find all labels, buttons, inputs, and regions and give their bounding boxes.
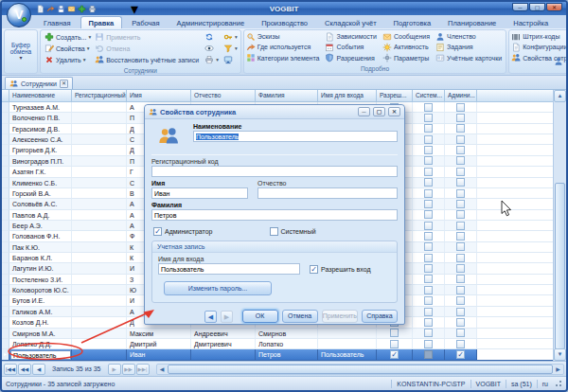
table-row[interactable]: Лопатко Д.Д.ДмитрийДмитриевичЛопатко	[2, 339, 553, 349]
table-row[interactable]: ▸ПользовательИванПетровПользователь	[2, 349, 553, 360]
ok-button[interactable]: ОК	[242, 310, 278, 323]
scroll-up-icon[interactable]: ▲	[554, 90, 566, 102]
fill-button[interactable]: ▾	[222, 43, 239, 54]
column-header-2[interactable]: Имя	[127, 90, 191, 102]
system-checkbox[interactable]	[424, 178, 433, 187]
column-header-0[interactable]: Наименование	[9, 90, 72, 102]
cancel-button[interactable]: Отмена	[93, 43, 201, 54]
nav-next-button[interactable]: ▶	[108, 364, 121, 375]
system-checkbox[interactable]	[424, 275, 433, 283]
dialog-prev-record-button[interactable]: ◀	[204, 311, 217, 323]
system-checkbox[interactable]	[424, 329, 433, 337]
column-header-6[interactable]: Разреш...	[377, 90, 413, 102]
system-checkbox[interactable]	[424, 254, 433, 262]
admin-checkbox[interactable]	[456, 200, 465, 208]
person-tool-icon[interactable]	[554, 57, 565, 66]
system-checkbox[interactable]	[424, 210, 433, 219]
admin-checkbox[interactable]	[456, 318, 465, 327]
allow-checkbox[interactable]	[390, 350, 399, 359]
admin-checkbox[interactable]	[456, 114, 465, 122]
administrator-checkbox[interactable]	[153, 227, 162, 236]
ribbon-tab-8[interactable]: Настройка	[506, 17, 556, 28]
allow-checkbox[interactable]	[390, 329, 399, 337]
nav-next-page-button[interactable]: ▶▶	[122, 364, 135, 375]
system-checkbox[interactable]	[424, 168, 433, 176]
admin-checkbox[interactable]	[456, 146, 465, 154]
admin-checkbox[interactable]	[456, 156, 465, 165]
system-checkbox[interactable]	[424, 146, 433, 154]
system-checkbox[interactable]	[424, 350, 433, 359]
system-checkbox[interactable]	[424, 296, 433, 305]
scroll-down-icon[interactable]: ▼	[554, 348, 566, 361]
system-checkbox[interactable]	[424, 103, 433, 112]
dialog-apply-button[interactable]: Применить	[322, 310, 358, 323]
resize-grip[interactable]	[555, 380, 562, 387]
details-item-4[interactable]: События	[325, 42, 378, 52]
ribbon-tab-2[interactable]: Рабочая	[124, 17, 167, 28]
details-item-9[interactable]: Членство	[435, 31, 504, 42]
details-item-11[interactable]: Учётные карточки	[435, 53, 504, 63]
app-logo-icon[interactable]: V	[7, 3, 31, 27]
create-button[interactable]: Создать...▾	[43, 31, 93, 43]
login-input[interactable]: Пользователь	[158, 263, 300, 275]
horizontal-scroll-thumb[interactable]	[168, 365, 554, 374]
delete-button[interactable]: Удалить▾	[43, 54, 93, 65]
system-checkbox[interactable]	[424, 200, 433, 208]
filter-key-button[interactable]: ▾	[222, 31, 239, 43]
dialog-minimize-button[interactable]: ─	[358, 107, 370, 116]
admin-checkbox[interactable]	[456, 135, 465, 144]
details-item-3[interactable]: Зависимости	[325, 31, 378, 42]
dialog-next-record-button[interactable]: ▶	[221, 311, 233, 323]
ribbon-tab-1[interactable]: Правка	[80, 16, 123, 28]
first-name-input[interactable]: Иван	[151, 187, 248, 199]
ribbon-tab-3[interactable]: Администрирование	[169, 17, 253, 28]
close-button[interactable]: ✕	[546, 3, 562, 11]
tab-close-icon[interactable]: ✕	[60, 80, 68, 88]
preview-button[interactable]	[204, 43, 220, 54]
system-checkbox[interactable]	[424, 222, 433, 230]
vertical-scroll-thumb[interactable]	[555, 183, 565, 349]
system-checkbox[interactable]	[424, 189, 433, 198]
admin-checkbox[interactable]	[456, 286, 465, 294]
ribbon-tab-7[interactable]: Планирование	[440, 17, 504, 28]
change-password-button[interactable]: Изменить пароль...	[164, 281, 272, 295]
admin-checkbox[interactable]	[456, 275, 465, 283]
column-header-3[interactable]: Отчество	[191, 90, 256, 102]
tool-item-1[interactable]: Конфигурации сотрудника	[511, 43, 568, 52]
admin-checkbox[interactable]	[456, 168, 465, 176]
refresh-button[interactable]	[204, 31, 220, 43]
ribbon-tab-0[interactable]: Главная	[36, 17, 79, 28]
system-checkbox[interactable]	[424, 135, 433, 144]
system-checkbox[interactable]	[424, 124, 433, 133]
table-row[interactable]: Смирнов М.А.МаксимАндреевичСмирнов	[2, 329, 553, 339]
column-header-8[interactable]: Админи...	[445, 90, 477, 102]
name-input[interactable]: Пользователь	[193, 131, 398, 142]
minimize-button[interactable]: ─	[512, 3, 528, 11]
clipboard-button[interactable]: Буфер обмена ▾	[5, 30, 37, 73]
details-item-7[interactable]: Активность	[382, 42, 432, 52]
view-button[interactable]	[222, 54, 239, 65]
system-checkbox[interactable]	[424, 232, 433, 241]
system-checkbox[interactable]	[424, 340, 433, 348]
admin-checkbox[interactable]	[456, 329, 465, 337]
scroll-left-icon[interactable]: ◀	[157, 365, 168, 374]
system-checkbox[interactable]	[424, 308, 433, 316]
admin-checkbox[interactable]	[456, 264, 465, 273]
system-checkbox[interactable]	[424, 264, 433, 273]
ribbon-tab-6[interactable]: Подготовка	[386, 17, 438, 28]
details-item-5[interactable]: Разрешения	[325, 53, 378, 63]
dialog-title-bar[interactable]: Свойства сотрудника ─ ▢ ✕	[145, 105, 404, 119]
admin-checkbox[interactable]	[456, 124, 465, 133]
horizontal-scrollbar[interactable]: ◀ ▶	[156, 364, 565, 375]
help-button[interactable]: Справка	[362, 310, 398, 323]
admin-checkbox[interactable]	[456, 254, 465, 262]
dialog-maximize-button[interactable]: ▢	[373, 107, 385, 116]
nav-last-button[interactable]: ▶▶|	[136, 364, 150, 375]
patronymic-input[interactable]	[257, 187, 398, 199]
system-checkbox[interactable]	[424, 318, 433, 327]
column-header-5[interactable]: Имя для входа	[318, 90, 377, 102]
admin-checkbox[interactable]	[456, 350, 465, 359]
properties-button[interactable]: Свойства▾	[43, 43, 93, 54]
admin-checkbox[interactable]	[456, 189, 465, 198]
admin-checkbox[interactable]	[456, 210, 465, 219]
